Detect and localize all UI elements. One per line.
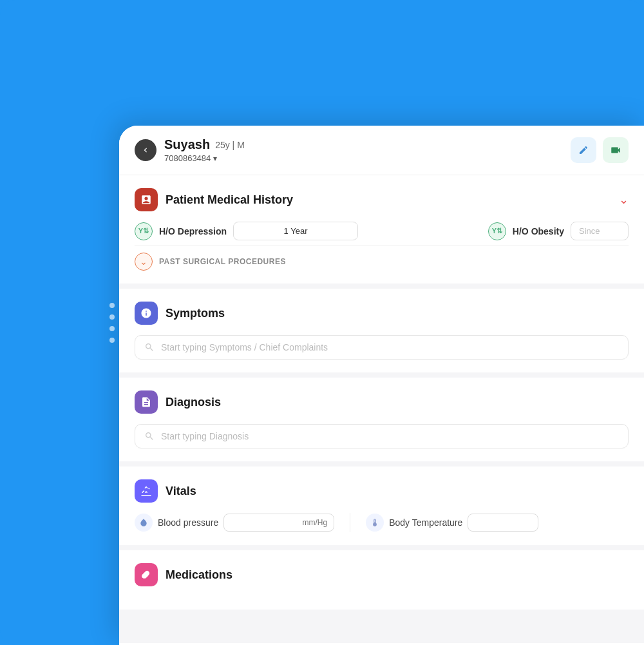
thermometer-icon-container — [366, 514, 384, 532]
edit-button[interactable] — [571, 137, 596, 163]
vitals-row: Blood pressure Body Temperature — [135, 513, 629, 532]
symptoms-title: Symptoms — [166, 307, 225, 320]
patient-phone: 7080863484 — [164, 153, 211, 163]
vitals-section: Vitals Blood pressure — [119, 467, 644, 545]
video-icon — [610, 144, 621, 156]
past-surgical-chevron-icon: ⌄ — [135, 253, 153, 271]
depression-label: H/O Depression — [159, 226, 227, 236]
vitals-icon — [135, 479, 158, 503]
past-surgical-row[interactable]: ⌄ PAST SURGICAL PROCEDURES — [135, 245, 629, 271]
content-area: Patient Medical History ⌄ Y⇅ H/O Depress… — [119, 175, 644, 643]
patient-name: Suyash — [164, 137, 210, 152]
symptoms-header: Symptoms — [135, 302, 629, 325]
symptoms-search-placeholder: Start typing Symptoms / Chief Complaints — [161, 342, 328, 352]
patient-info: Suyash 25y | M 7080863484 ▾ — [164, 137, 563, 163]
medical-history-title: Patient Medical History — [166, 193, 293, 207]
medical-cross-icon — [140, 194, 152, 206]
obesity-badge: Y⇅ — [488, 222, 506, 240]
symptoms-search-row[interactable]: Start typing Symptoms / Chief Complaints — [135, 335, 629, 360]
medications-header: Medications — [135, 563, 629, 586]
pill-icon — [140, 569, 152, 581]
medical-history-icon — [135, 188, 158, 211]
past-surgical-label: PAST SURGICAL PROCEDURES — [159, 257, 286, 266]
blood-pressure-item: Blood pressure — [135, 514, 334, 532]
medications-icon — [135, 563, 158, 586]
blood-pressure-input[interactable] — [223, 514, 334, 532]
vitals-header: Vitals — [135, 479, 629, 503]
medical-history-section: Patient Medical History ⌄ Y⇅ H/O Depress… — [119, 175, 644, 284]
diagnosis-icon — [135, 390, 158, 414]
scroll-dot — [109, 338, 115, 343]
medications-title: Medications — [166, 568, 232, 582]
symptoms-search-icon — [144, 342, 155, 352]
obesity-since-input[interactable]: Since — [571, 222, 629, 240]
body-temperature-item: Body Temperature — [366, 514, 538, 532]
syringe-icon — [140, 485, 152, 497]
asterisk-icon — [140, 307, 152, 319]
diagnosis-header: Diagnosis — [135, 390, 629, 414]
scroll-dot — [109, 303, 115, 308]
symptoms-section: Symptoms Start typing Symptoms / Chief C… — [119, 289, 644, 372]
diagnosis-title: Diagnosis — [166, 396, 221, 409]
depression-input[interactable] — [233, 222, 358, 240]
diagnosis-search-placeholder: Start typing Diagnosis — [161, 431, 249, 441]
droplet-icon — [135, 514, 153, 532]
medical-history-header: Patient Medical History ⌄ — [135, 188, 629, 211]
diagnosis-doc-icon — [140, 396, 152, 408]
body-temperature-label: Body Temperature — [389, 517, 462, 528]
scroll-indicator — [109, 303, 115, 343]
blood-drop-icon — [139, 518, 148, 527]
diagnosis-search-icon — [144, 431, 155, 441]
patient-name-row: Suyash 25y | M — [164, 137, 563, 152]
diagnosis-search-row[interactable]: Start typing Diagnosis — [135, 424, 629, 448]
medical-history-toggle[interactable]: ⌄ — [619, 193, 629, 207]
medications-section: Medications — [119, 550, 644, 610]
body-temperature-input[interactable] — [468, 514, 538, 532]
vitals-title: Vitals — [166, 485, 196, 498]
depression-badge: Y⇅ — [135, 222, 153, 240]
blood-pressure-label: Blood pressure — [158, 517, 218, 528]
video-call-button[interactable] — [603, 137, 629, 163]
symptoms-icon — [135, 302, 158, 325]
header: Suyash 25y | M 7080863484 ▾ — [119, 126, 644, 175]
back-arrow-icon — [141, 146, 150, 155]
header-actions — [571, 137, 629, 163]
history-items-row: Y⇅ H/O Depression Y⇅ H/O Obesity Since — [135, 222, 629, 240]
back-button[interactable] — [135, 139, 156, 161]
thermometer-icon — [370, 518, 379, 527]
vitals-separator — [350, 513, 350, 532]
scroll-dot — [109, 326, 115, 331]
diagnosis-section: Diagnosis Start typing Diagnosis — [119, 378, 644, 461]
scroll-dot — [109, 314, 115, 320]
patient-meta: 25y | M — [215, 140, 245, 150]
device-inner: Suyash 25y | M 7080863484 ▾ — [119, 126, 644, 645]
obesity-label: H/O Obesity — [513, 226, 564, 236]
patient-phone-row: 7080863484 ▾ — [164, 153, 563, 163]
device-frame: Suyash 25y | M 7080863484 ▾ — [119, 126, 644, 645]
phone-chevron-icon[interactable]: ▾ — [213, 154, 217, 163]
pencil-icon — [578, 145, 589, 155]
